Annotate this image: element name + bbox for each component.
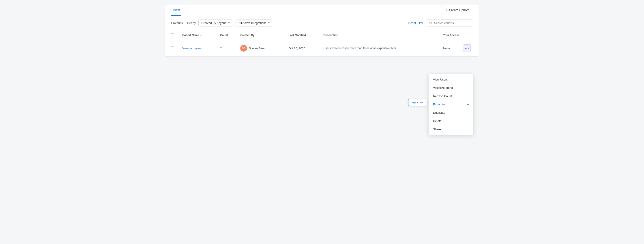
description-cell: Users who purchase more than three of an… <box>321 40 441 56</box>
reset-filter-button[interactable]: Reset Filter <box>408 21 423 25</box>
th-description: Description <box>321 30 441 40</box>
dot-1 <box>465 48 466 49</box>
menu-item-delete[interactable]: Delete <box>428 117 473 125</box>
cohort-name-link[interactable]: Volume buyers <box>182 47 202 50</box>
created-by-name: Steven Baum <box>249 47 266 50</box>
more-options-button[interactable] <box>463 44 471 52</box>
menu-item-view-users-label: View Users <box>433 78 448 81</box>
main-container: USER + Create Cohort 1 Results Filter by… <box>165 5 479 56</box>
results-count: 1 Results <box>171 21 183 25</box>
created-by-dropdown[interactable]: Created By Anyone ▼ <box>198 20 233 27</box>
th-cohort-name[interactable]: Cohort Name ↑ <box>180 30 218 40</box>
create-cohort-button[interactable]: + Create Cohort <box>441 6 473 14</box>
filter-label: Filter by <box>186 21 196 25</box>
svg-line-1 <box>431 24 432 24</box>
search-input[interactable] <box>434 21 470 25</box>
menu-item-view-users[interactable]: View Users <box>428 75 473 84</box>
created-by-cell: SB Steven Baum <box>238 40 286 56</box>
search-icon <box>429 22 432 25</box>
integrations-dropdown-label: All Active Integrations <box>238 21 266 25</box>
th-cohort-name-label: Cohort Name <box>182 34 199 37</box>
description-text: Users who purchase more than three of an… <box>324 47 396 50</box>
count-cell: 2 <box>218 40 238 56</box>
menu-item-export-to[interactable]: Export to... ▶ <box>428 100 473 109</box>
access-value: None <box>443 47 450 50</box>
row-checkbox-cell <box>171 40 180 56</box>
integrations-dropdown[interactable]: All Active Integrations ▼ <box>236 20 273 27</box>
menu-item-duplicate[interactable]: Duplicate <box>428 109 473 117</box>
access-cell: None <box>440 40 473 56</box>
cohorts-table: Cohort Name ↑ Count Created By Last Modi… <box>171 30 473 56</box>
create-cohort-label: Create Cohort <box>449 8 469 12</box>
menu-item-delete-label: Delete <box>433 119 442 123</box>
th-checkbox <box>171 30 180 40</box>
dot-3 <box>468 48 469 49</box>
filter-row: 1 Results Filter by Created By Anyone ▼ … <box>165 16 479 30</box>
chevron-down-icon: ▼ <box>228 22 230 24</box>
search-wrapper <box>426 20 473 27</box>
menu-item-visualize-trend[interactable]: Visualize Trend <box>428 84 473 92</box>
tab-user[interactable]: USER <box>171 5 181 16</box>
row-checkbox[interactable] <box>171 47 174 50</box>
cohort-name-cell: Volume buyers <box>180 40 218 56</box>
avatar: SB <box>240 45 247 52</box>
chevron-right-icon: ▶ <box>467 103 469 106</box>
last-modified-cell: Oct 16, 2020 <box>286 40 321 56</box>
context-menu: View Users Visualize Trend Refresh Count… <box>428 74 473 135</box>
cohorts-table-wrapper: Cohort Name ↑ Count Created By Last Modi… <box>165 30 479 56</box>
created-by-dropdown-label: Created By Anyone <box>201 21 226 25</box>
dot-2 <box>466 48 467 49</box>
th-last-modified: Last Modified <box>286 30 321 40</box>
menu-item-refresh-count[interactable]: Refresh Count <box>428 92 473 100</box>
menu-item-export-to-label: Export to... <box>433 103 447 106</box>
menu-item-visualize-trend-label: Visualize Trend <box>433 86 453 90</box>
table-row: Volume buyers 2 SB Steven Baum Oct 16, 2… <box>171 40 473 56</box>
select-all-checkbox[interactable] <box>171 34 174 37</box>
appcues-badge[interactable]: Appcues <box>408 99 427 106</box>
plus-icon: + <box>446 8 448 12</box>
chevron-down-icon: ▼ <box>268 22 270 24</box>
menu-item-refresh-count-label: Refresh Count <box>433 94 452 98</box>
th-count: Count <box>218 30 238 40</box>
th-created-by: Created By <box>238 30 286 40</box>
menu-item-share[interactable]: Share <box>428 125 473 133</box>
menu-item-share-label: Share <box>433 128 441 131</box>
menu-item-duplicate-label: Duplicate <box>433 111 445 114</box>
th-your-access: Your Access <box>440 30 473 40</box>
tabs-row: USER + Create Cohort <box>165 5 479 16</box>
table-header-row: Cohort Name ↑ Count Created By Last Modi… <box>171 30 473 40</box>
sort-icon: ↑ <box>200 34 201 37</box>
